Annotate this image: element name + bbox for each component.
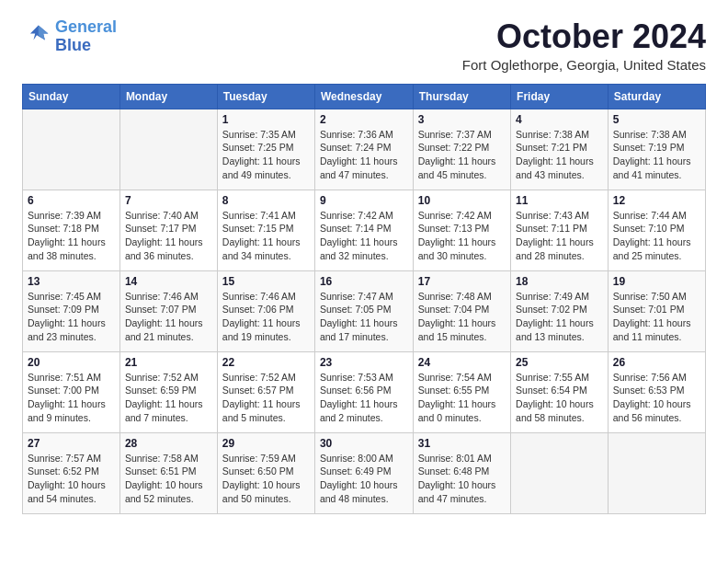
- weekday-header-monday: Monday: [119, 84, 217, 109]
- day-number: 30: [320, 437, 408, 450]
- day-number: 19: [613, 275, 700, 288]
- calendar-cell: 26Sunrise: 7:56 AM Sunset: 6:53 PM Dayli…: [608, 351, 705, 432]
- day-info: Sunrise: 7:53 AM Sunset: 6:56 PM Dayligh…: [320, 371, 408, 425]
- logo: General Blue: [22, 18, 117, 55]
- day-number: 5: [613, 113, 700, 126]
- calendar-cell: [608, 432, 705, 513]
- day-info: Sunrise: 7:44 AM Sunset: 7:10 PM Dayligh…: [613, 209, 700, 263]
- day-number: 18: [516, 275, 603, 288]
- weekday-header-friday: Friday: [511, 84, 609, 109]
- day-number: 27: [28, 437, 115, 450]
- logo-bird-icon: [22, 22, 51, 52]
- calendar-cell: [23, 109, 120, 190]
- day-number: 10: [418, 194, 506, 207]
- day-number: 22: [222, 356, 310, 369]
- day-number: 7: [125, 194, 212, 207]
- weekday-header-wednesday: Wednesday: [314, 84, 413, 109]
- day-number: 24: [418, 356, 506, 369]
- weekday-header-sunday: Sunday: [23, 84, 120, 109]
- title-area: October 2024 Fort Oglethorpe, Georgia, U…: [462, 18, 706, 73]
- calendar-cell: 8Sunrise: 7:41 AM Sunset: 7:15 PM Daylig…: [217, 190, 314, 270]
- calendar-cell: 29Sunrise: 7:59 AM Sunset: 6:50 PM Dayli…: [217, 432, 314, 513]
- calendar-table: SundayMondayTuesdayWednesdayThursdayFrid…: [22, 84, 706, 514]
- day-info: Sunrise: 7:58 AM Sunset: 6:51 PM Dayligh…: [125, 452, 212, 506]
- location-title: Fort Oglethorpe, Georgia, United States: [462, 57, 706, 73]
- day-info: Sunrise: 7:52 AM Sunset: 6:57 PM Dayligh…: [222, 371, 310, 425]
- day-number: 2: [320, 113, 408, 126]
- calendar-cell: 30Sunrise: 8:00 AM Sunset: 6:49 PM Dayli…: [314, 432, 413, 513]
- day-number: 15: [222, 275, 310, 288]
- calendar-cell: 23Sunrise: 7:53 AM Sunset: 6:56 PM Dayli…: [314, 351, 413, 432]
- day-info: Sunrise: 7:54 AM Sunset: 6:55 PM Dayligh…: [418, 371, 506, 425]
- day-info: Sunrise: 7:46 AM Sunset: 7:07 PM Dayligh…: [125, 290, 212, 344]
- day-info: Sunrise: 8:00 AM Sunset: 6:49 PM Dayligh…: [320, 452, 408, 506]
- weekday-header-thursday: Thursday: [413, 84, 510, 109]
- day-number: 12: [613, 194, 700, 207]
- day-number: 25: [516, 356, 603, 369]
- calendar-week-row: 20Sunrise: 7:51 AM Sunset: 7:00 PM Dayli…: [23, 351, 706, 432]
- calendar-week-row: 13Sunrise: 7:45 AM Sunset: 7:09 PM Dayli…: [23, 270, 706, 351]
- day-info: Sunrise: 7:46 AM Sunset: 7:06 PM Dayligh…: [222, 290, 310, 344]
- calendar-cell: 14Sunrise: 7:46 AM Sunset: 7:07 PM Dayli…: [119, 270, 217, 351]
- calendar-cell: 3Sunrise: 7:37 AM Sunset: 7:22 PM Daylig…: [413, 109, 510, 190]
- day-info: Sunrise: 7:55 AM Sunset: 6:54 PM Dayligh…: [516, 371, 603, 425]
- day-info: Sunrise: 7:38 AM Sunset: 7:19 PM Dayligh…: [613, 128, 700, 182]
- day-number: 23: [320, 356, 408, 369]
- calendar-cell: 24Sunrise: 7:54 AM Sunset: 6:55 PM Dayli…: [413, 351, 510, 432]
- day-number: 21: [125, 356, 212, 369]
- calendar-cell: 15Sunrise: 7:46 AM Sunset: 7:06 PM Dayli…: [217, 270, 314, 351]
- day-number: 14: [125, 275, 212, 288]
- day-info: Sunrise: 7:39 AM Sunset: 7:18 PM Dayligh…: [28, 209, 115, 263]
- day-number: 11: [516, 194, 603, 207]
- calendar-cell: 22Sunrise: 7:52 AM Sunset: 6:57 PM Dayli…: [217, 351, 314, 432]
- day-info: Sunrise: 7:45 AM Sunset: 7:09 PM Dayligh…: [28, 290, 115, 344]
- day-info: Sunrise: 7:50 AM Sunset: 7:01 PM Dayligh…: [613, 290, 700, 344]
- day-number: 29: [222, 437, 310, 450]
- calendar-cell: 1Sunrise: 7:35 AM Sunset: 7:25 PM Daylig…: [217, 109, 314, 190]
- page-header: General Blue October 2024 Fort Oglethorp…: [22, 18, 706, 73]
- calendar-week-row: 1Sunrise: 7:35 AM Sunset: 7:25 PM Daylig…: [23, 109, 706, 190]
- day-info: Sunrise: 7:37 AM Sunset: 7:22 PM Dayligh…: [418, 128, 506, 182]
- calendar-cell: 5Sunrise: 7:38 AM Sunset: 7:19 PM Daylig…: [608, 109, 705, 190]
- calendar-cell: 28Sunrise: 7:58 AM Sunset: 6:51 PM Dayli…: [119, 432, 217, 513]
- day-number: 28: [125, 437, 212, 450]
- day-number: 16: [320, 275, 408, 288]
- svg-marker-1: [39, 25, 49, 40]
- day-info: Sunrise: 7:36 AM Sunset: 7:24 PM Dayligh…: [320, 128, 408, 182]
- calendar-cell: 17Sunrise: 7:48 AM Sunset: 7:04 PM Dayli…: [413, 270, 510, 351]
- calendar-cell: 31Sunrise: 8:01 AM Sunset: 6:48 PM Dayli…: [413, 432, 510, 513]
- day-info: Sunrise: 7:43 AM Sunset: 7:11 PM Dayligh…: [516, 209, 603, 263]
- calendar-cell: 16Sunrise: 7:47 AM Sunset: 7:05 PM Dayli…: [314, 270, 413, 351]
- day-info: Sunrise: 7:35 AM Sunset: 7:25 PM Dayligh…: [222, 128, 310, 182]
- day-info: Sunrise: 7:48 AM Sunset: 7:04 PM Dayligh…: [418, 290, 506, 344]
- calendar-cell: 7Sunrise: 7:40 AM Sunset: 7:17 PM Daylig…: [119, 190, 217, 270]
- calendar-cell: 19Sunrise: 7:50 AM Sunset: 7:01 PM Dayli…: [608, 270, 705, 351]
- calendar-cell: 13Sunrise: 7:45 AM Sunset: 7:09 PM Dayli…: [23, 270, 120, 351]
- calendar-cell: 20Sunrise: 7:51 AM Sunset: 7:00 PM Dayli…: [23, 351, 120, 432]
- calendar-cell: 2Sunrise: 7:36 AM Sunset: 7:24 PM Daylig…: [314, 109, 413, 190]
- logo-text: General Blue: [55, 18, 117, 55]
- calendar-cell: 10Sunrise: 7:42 AM Sunset: 7:13 PM Dayli…: [413, 190, 510, 270]
- day-info: Sunrise: 7:49 AM Sunset: 7:02 PM Dayligh…: [516, 290, 603, 344]
- day-number: 13: [28, 275, 115, 288]
- calendar-cell: 21Sunrise: 7:52 AM Sunset: 6:59 PM Dayli…: [119, 351, 217, 432]
- day-info: Sunrise: 7:51 AM Sunset: 7:00 PM Dayligh…: [28, 371, 115, 425]
- calendar-cell: 6Sunrise: 7:39 AM Sunset: 7:18 PM Daylig…: [23, 190, 120, 270]
- day-info: Sunrise: 7:57 AM Sunset: 6:52 PM Dayligh…: [28, 452, 115, 506]
- day-number: 4: [516, 113, 603, 126]
- calendar-week-row: 27Sunrise: 7:57 AM Sunset: 6:52 PM Dayli…: [23, 432, 706, 513]
- day-number: 6: [28, 194, 115, 207]
- day-info: Sunrise: 7:59 AM Sunset: 6:50 PM Dayligh…: [222, 452, 310, 506]
- day-info: Sunrise: 7:56 AM Sunset: 6:53 PM Dayligh…: [613, 371, 700, 425]
- calendar-cell: 4Sunrise: 7:38 AM Sunset: 7:21 PM Daylig…: [511, 109, 609, 190]
- calendar-cell: [119, 109, 217, 190]
- day-number: 31: [418, 437, 506, 450]
- month-title: October 2024: [462, 18, 706, 55]
- day-number: 20: [28, 356, 115, 369]
- day-number: 9: [320, 194, 408, 207]
- calendar-cell: [511, 432, 609, 513]
- day-number: 8: [222, 194, 310, 207]
- weekday-header-tuesday: Tuesday: [217, 84, 314, 109]
- day-number: 1: [222, 113, 310, 126]
- calendar-cell: 27Sunrise: 7:57 AM Sunset: 6:52 PM Dayli…: [23, 432, 120, 513]
